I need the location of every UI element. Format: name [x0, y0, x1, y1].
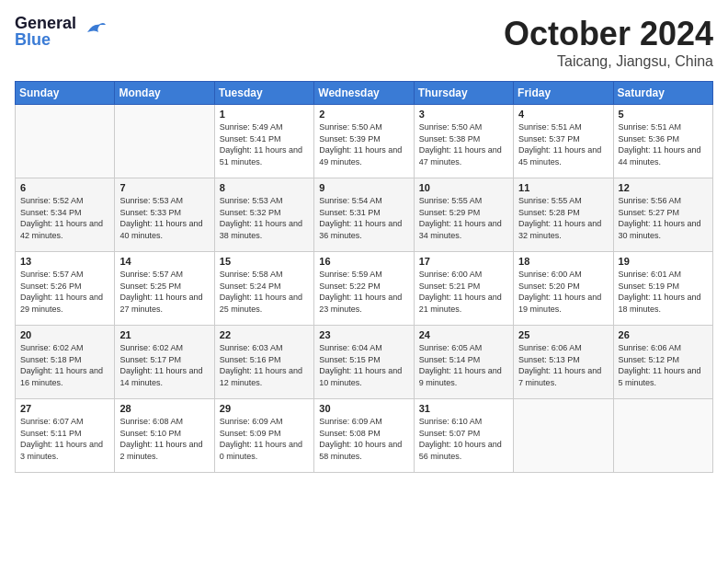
- day-info: Sunrise: 6:07 AM Sunset: 5:11 PM Dayligh…: [20, 416, 109, 462]
- calendar-cell: 6Sunrise: 5:52 AM Sunset: 5:34 PM Daylig…: [16, 178, 115, 252]
- calendar-cell: 18Sunrise: 6:00 AM Sunset: 5:20 PM Dayli…: [514, 252, 613, 326]
- weekday-header-sunday: Sunday: [16, 82, 115, 105]
- day-number: 30: [319, 403, 408, 414]
- weekday-header-thursday: Thursday: [414, 82, 513, 105]
- calendar-cell: 31Sunrise: 6:10 AM Sunset: 5:07 PM Dayli…: [414, 399, 513, 473]
- calendar-cell: 14Sunrise: 5:57 AM Sunset: 5:25 PM Dayli…: [115, 252, 214, 326]
- day-number: 28: [119, 403, 209, 414]
- calendar-cell: 11Sunrise: 5:55 AM Sunset: 5:28 PM Dayli…: [514, 178, 613, 252]
- day-number: 2: [319, 109, 408, 120]
- day-number: 24: [419, 329, 508, 340]
- day-info: Sunrise: 5:52 AM Sunset: 5:34 PM Dayligh…: [20, 195, 109, 241]
- calendar-cell: 16Sunrise: 5:59 AM Sunset: 5:22 PM Dayli…: [314, 252, 414, 326]
- day-number: 3: [419, 109, 508, 120]
- day-number: 4: [518, 109, 608, 120]
- day-info: Sunrise: 5:49 AM Sunset: 5:41 PM Dayligh…: [220, 121, 309, 167]
- day-number: 6: [20, 182, 109, 193]
- calendar-cell: 4Sunrise: 5:51 AM Sunset: 5:37 PM Daylig…: [514, 105, 613, 178]
- weekday-header-tuesday: Tuesday: [214, 82, 313, 105]
- day-number: 17: [419, 256, 508, 267]
- title-block: October 2024 Taicang, Jiangsu, China: [504, 15, 713, 70]
- day-info: Sunrise: 6:00 AM Sunset: 5:20 PM Dayligh…: [518, 269, 608, 315]
- day-info: Sunrise: 6:08 AM Sunset: 5:10 PM Dayligh…: [119, 416, 209, 462]
- day-info: Sunrise: 6:09 AM Sunset: 5:08 PM Dayligh…: [319, 416, 408, 462]
- calendar-cell: 10Sunrise: 5:55 AM Sunset: 5:29 PM Dayli…: [414, 178, 513, 252]
- day-number: 25: [518, 329, 608, 340]
- weekday-header-monday: Monday: [115, 82, 214, 105]
- calendar-cell: [115, 105, 214, 178]
- day-info: Sunrise: 5:50 AM Sunset: 5:39 PM Dayligh…: [319, 121, 408, 167]
- day-number: 22: [220, 329, 309, 340]
- calendar-week-row: 6Sunrise: 5:52 AM Sunset: 5:34 PM Daylig…: [16, 178, 713, 252]
- logo-general: General: [15, 15, 76, 31]
- day-info: Sunrise: 6:10 AM Sunset: 5:07 PM Dayligh…: [419, 416, 508, 462]
- day-number: 5: [619, 109, 708, 120]
- day-number: 16: [319, 256, 408, 267]
- day-info: Sunrise: 5:53 AM Sunset: 5:33 PM Dayligh…: [119, 195, 209, 241]
- calendar-cell: 26Sunrise: 6:06 AM Sunset: 5:12 PM Dayli…: [613, 326, 712, 399]
- day-number: 31: [419, 403, 508, 414]
- day-info: Sunrise: 5:56 AM Sunset: 5:27 PM Dayligh…: [619, 195, 708, 241]
- page-header: General Blue October 2024 Taicang, Jiang…: [15, 15, 713, 70]
- calendar-cell: 24Sunrise: 6:05 AM Sunset: 5:14 PM Dayli…: [414, 326, 513, 399]
- day-info: Sunrise: 5:55 AM Sunset: 5:29 PM Dayligh…: [419, 195, 508, 241]
- weekday-header-saturday: Saturday: [613, 82, 712, 105]
- calendar-cell: [514, 399, 613, 473]
- calendar-cell: 21Sunrise: 6:02 AM Sunset: 5:17 PM Dayli…: [115, 326, 214, 399]
- day-info: Sunrise: 6:03 AM Sunset: 5:16 PM Dayligh…: [220, 342, 309, 388]
- calendar-cell: 3Sunrise: 5:50 AM Sunset: 5:38 PM Daylig…: [414, 105, 513, 178]
- day-info: Sunrise: 5:54 AM Sunset: 5:31 PM Dayligh…: [319, 195, 408, 241]
- day-number: 20: [20, 329, 109, 340]
- day-info: Sunrise: 6:06 AM Sunset: 5:12 PM Dayligh…: [619, 342, 708, 388]
- page-title: October 2024: [504, 15, 713, 53]
- day-number: 15: [220, 256, 309, 267]
- calendar-cell: 12Sunrise: 5:56 AM Sunset: 5:27 PM Dayli…: [613, 178, 712, 252]
- calendar-cell: 7Sunrise: 5:53 AM Sunset: 5:33 PM Daylig…: [115, 178, 214, 252]
- calendar-cell: 20Sunrise: 6:02 AM Sunset: 5:18 PM Dayli…: [16, 326, 115, 399]
- calendar-cell: 22Sunrise: 6:03 AM Sunset: 5:16 PM Dayli…: [214, 326, 313, 399]
- calendar-week-row: 27Sunrise: 6:07 AM Sunset: 5:11 PM Dayli…: [16, 399, 713, 473]
- day-info: Sunrise: 6:09 AM Sunset: 5:09 PM Dayligh…: [220, 416, 309, 462]
- day-number: 7: [119, 182, 209, 193]
- day-number: 1: [220, 109, 309, 120]
- calendar-cell: 27Sunrise: 6:07 AM Sunset: 5:11 PM Dayli…: [16, 399, 115, 473]
- day-info: Sunrise: 6:00 AM Sunset: 5:21 PM Dayligh…: [419, 269, 508, 315]
- day-info: Sunrise: 5:58 AM Sunset: 5:24 PM Dayligh…: [220, 269, 309, 315]
- day-info: Sunrise: 5:50 AM Sunset: 5:38 PM Dayligh…: [419, 121, 508, 167]
- day-info: Sunrise: 6:01 AM Sunset: 5:19 PM Dayligh…: [619, 269, 708, 315]
- logo-blue: Blue: [15, 31, 76, 48]
- day-number: 27: [20, 403, 109, 414]
- day-info: Sunrise: 5:51 AM Sunset: 5:36 PM Dayligh…: [619, 121, 708, 167]
- calendar-cell: 15Sunrise: 5:58 AM Sunset: 5:24 PM Dayli…: [214, 252, 313, 326]
- calendar-cell: 9Sunrise: 5:54 AM Sunset: 5:31 PM Daylig…: [314, 178, 414, 252]
- calendar-cell: 30Sunrise: 6:09 AM Sunset: 5:08 PM Dayli…: [314, 399, 414, 473]
- calendar-cell: 29Sunrise: 6:09 AM Sunset: 5:09 PM Dayli…: [214, 399, 313, 473]
- calendar-week-row: 13Sunrise: 5:57 AM Sunset: 5:26 PM Dayli…: [16, 252, 713, 326]
- day-number: 13: [20, 256, 109, 267]
- day-number: 10: [419, 182, 508, 193]
- logo-bird-icon: [80, 16, 108, 43]
- day-info: Sunrise: 5:59 AM Sunset: 5:22 PM Dayligh…: [319, 269, 408, 315]
- calendar-week-row: 1Sunrise: 5:49 AM Sunset: 5:41 PM Daylig…: [16, 105, 713, 178]
- day-info: Sunrise: 5:53 AM Sunset: 5:32 PM Dayligh…: [220, 195, 309, 241]
- weekday-header-row: SundayMondayTuesdayWednesdayThursdayFrid…: [16, 82, 713, 105]
- day-number: 11: [518, 182, 608, 193]
- day-number: 19: [619, 256, 708, 267]
- day-number: 26: [619, 329, 708, 340]
- day-info: Sunrise: 5:55 AM Sunset: 5:28 PM Dayligh…: [518, 195, 608, 241]
- calendar-cell: 1Sunrise: 5:49 AM Sunset: 5:41 PM Daylig…: [214, 105, 313, 178]
- weekday-header-friday: Friday: [514, 82, 613, 105]
- day-number: 8: [220, 182, 309, 193]
- day-number: 12: [619, 182, 708, 193]
- day-info: Sunrise: 5:57 AM Sunset: 5:26 PM Dayligh…: [20, 269, 109, 315]
- day-number: 9: [319, 182, 408, 193]
- calendar-cell: [16, 105, 115, 178]
- day-info: Sunrise: 6:05 AM Sunset: 5:14 PM Dayligh…: [419, 342, 508, 388]
- calendar-cell: 19Sunrise: 6:01 AM Sunset: 5:19 PM Dayli…: [613, 252, 712, 326]
- calendar-cell: 25Sunrise: 6:06 AM Sunset: 5:13 PM Dayli…: [514, 326, 613, 399]
- weekday-header-wednesday: Wednesday: [314, 82, 414, 105]
- day-number: 14: [119, 256, 209, 267]
- calendar-cell: 5Sunrise: 5:51 AM Sunset: 5:36 PM Daylig…: [613, 105, 712, 178]
- calendar-table: SundayMondayTuesdayWednesdayThursdayFrid…: [15, 81, 713, 473]
- calendar-cell: 17Sunrise: 6:00 AM Sunset: 5:21 PM Dayli…: [414, 252, 513, 326]
